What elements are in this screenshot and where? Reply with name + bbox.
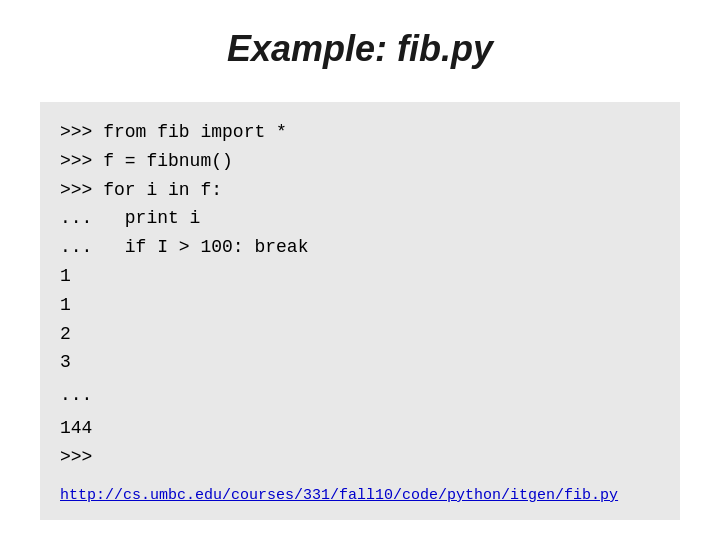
code-line-4: ... print i bbox=[60, 204, 660, 233]
slide-title: Example: fib.py bbox=[40, 20, 680, 78]
code-line-9: 3 bbox=[60, 348, 660, 377]
code-line-2: >>> f = fibnum() bbox=[60, 147, 660, 176]
code-line-10: ... bbox=[60, 381, 660, 410]
code-line-8: 2 bbox=[60, 320, 660, 349]
code-line-12: >>> bbox=[60, 443, 660, 472]
code-line-6: 1 bbox=[60, 262, 660, 291]
code-line-11: 144 bbox=[60, 414, 660, 443]
reference-link[interactable]: http://cs.umbc.edu/courses/331/fall10/co… bbox=[60, 487, 660, 504]
content-area: >>> from fib import * >>> f = fibnum() >… bbox=[40, 102, 680, 520]
code-block: >>> from fib import * >>> f = fibnum() >… bbox=[60, 118, 660, 472]
code-line-7: 1 bbox=[60, 291, 660, 320]
code-line-3: >>> for i in f: bbox=[60, 176, 660, 205]
code-line-1: >>> from fib import * bbox=[60, 118, 660, 147]
slide-container: Example: fib.py >>> from fib import * >>… bbox=[0, 0, 720, 540]
code-line-5: ... if I > 100: break bbox=[60, 233, 660, 262]
